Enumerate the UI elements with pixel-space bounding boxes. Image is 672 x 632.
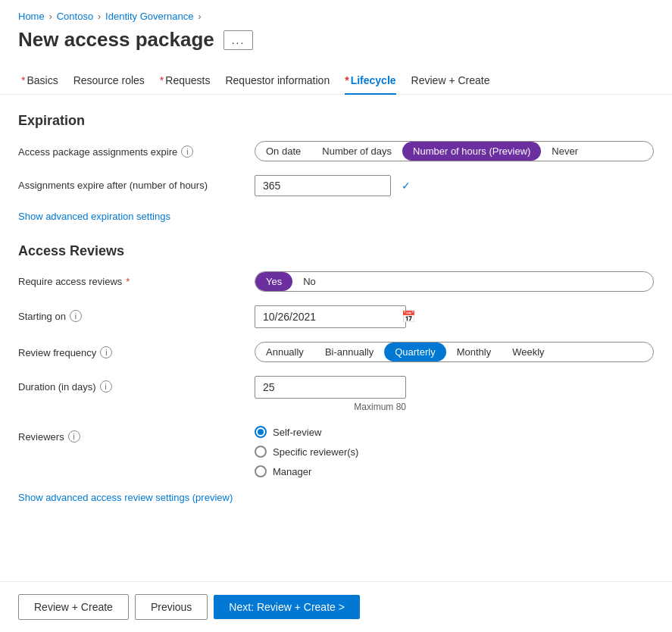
assignments-expire-row: Access package assignments expire i On d… — [18, 141, 654, 161]
tab-requests[interactable]: *Requests — [157, 67, 223, 94]
freq-weekly-btn[interactable]: Weekly — [502, 343, 555, 361]
starting-on-info-icon[interactable]: i — [70, 310, 82, 322]
review-frequency-row: Review frequency i Annually Bi-annually … — [18, 342, 654, 362]
reviewers-radio-group: Self-review Specific reviewer(s) Manager — [255, 426, 654, 477]
require-access-reviews-star: * — [126, 276, 130, 287]
breadcrumb: Home › Contoso › Identity Governance › — [0, 0, 672, 25]
tab-resource-roles[interactable]: Resource roles — [70, 67, 157, 94]
ellipsis-button[interactable]: ... — [223, 30, 254, 50]
lifecycle-required-star: * — [345, 74, 349, 86]
page-container: Home › Contoso › Identity Governance › N… — [0, 0, 672, 632]
reviewers-row: Reviewers i Self-review Specific — [18, 426, 654, 477]
tab-basics[interactable]: *Basics — [18, 67, 70, 94]
freq-monthly-btn[interactable]: Monthly — [446, 343, 502, 361]
next-button[interactable]: Next: Review + Create > — [214, 595, 360, 619]
bottom-toolbar: Review + Create Previous Next: Review + … — [0, 581, 672, 632]
freq-annually-btn[interactable]: Annually — [255, 343, 314, 361]
assignments-expire-label: Access package assignments expire i — [18, 141, 245, 158]
review-frequency-segment-group: Annually Bi-annually Quarterly Monthly W… — [255, 342, 654, 362]
tabs-row: *Basics Resource roles *Requests Request… — [0, 67, 672, 95]
starting-on-row: Starting on i 📅 — [18, 305, 654, 328]
expire-number-of-hours-btn[interactable]: Number of hours (Preview) — [402, 142, 541, 161]
review-frequency-info-icon[interactable]: i — [100, 346, 112, 358]
review-frequency-control: Annually Bi-annually Quarterly Monthly W… — [255, 342, 654, 362]
expire-after-input[interactable] — [263, 180, 395, 192]
breadcrumb-identity-governance[interactable]: Identity Governance — [105, 11, 193, 22]
freq-quarterly-btn[interactable]: Quarterly — [384, 343, 445, 361]
expire-number-of-days-btn[interactable]: Number of days — [311, 142, 402, 161]
duration-info-icon[interactable]: i — [100, 380, 112, 393]
tab-requestor-information[interactable]: Requestor information — [222, 67, 342, 94]
assignments-expire-info-icon[interactable]: i — [181, 145, 193, 158]
page-title: New access package — [18, 28, 214, 52]
radio-specific-reviewer[interactable]: Specific reviewer(s) — [255, 446, 654, 458]
breadcrumb-sep-3: › — [198, 11, 201, 22]
duration-hint: Maximum 80 — [255, 402, 406, 412]
duration-wrapper: Maximum 80 — [255, 376, 654, 412]
assignments-expire-control: On date Number of days Number of hours (… — [255, 141, 654, 161]
duration-label: Duration (in days) i — [18, 376, 245, 393]
require-access-reviews-segment-group: Yes No — [255, 271, 654, 292]
duration-control: Maximum 80 — [255, 376, 654, 412]
radio-circle-specific-reviewer — [255, 446, 267, 458]
duration-input[interactable] — [255, 376, 406, 399]
advanced-access-review-link[interactable]: Show advanced access review settings (pr… — [18, 492, 233, 503]
radio-self-review[interactable]: Self-review — [255, 426, 654, 438]
expire-after-input-wrapper: ✓ — [255, 175, 391, 196]
expire-after-row: Assignments expire after (number of hour… — [18, 175, 654, 196]
advanced-expiration-link[interactable]: Show advanced expiration settings — [18, 211, 170, 222]
page-title-row: New access package ... — [0, 25, 672, 67]
radio-label-manager: Manager — [273, 466, 311, 477]
reviewers-control: Self-review Specific reviewer(s) Manager — [255, 426, 654, 477]
requests-required-star: * — [160, 74, 164, 86]
starting-on-label: Starting on i — [18, 305, 245, 322]
breadcrumb-sep-1: › — [49, 11, 52, 22]
starting-on-control: 📅 — [255, 305, 654, 328]
radio-manager[interactable]: Manager — [255, 465, 654, 477]
expire-after-control: ✓ — [255, 175, 654, 196]
breadcrumb-home[interactable]: Home — [18, 11, 45, 22]
starting-on-input[interactable] — [263, 311, 395, 323]
radio-circle-self-review — [255, 426, 267, 438]
require-no-btn[interactable]: No — [292, 272, 327, 291]
review-create-button[interactable]: Review + Create — [18, 594, 129, 620]
starting-on-date-wrapper: 📅 — [255, 305, 406, 328]
calendar-icon[interactable]: 📅 — [402, 310, 416, 324]
review-frequency-label: Review frequency i — [18, 342, 245, 358]
access-reviews-section-title: Access Reviews — [18, 243, 654, 259]
radio-dot-self-review — [258, 429, 264, 435]
basics-required-star: * — [21, 74, 25, 86]
radio-label-self-review: Self-review — [273, 427, 321, 438]
require-access-reviews-label: Require access reviews * — [18, 271, 245, 287]
freq-bi-annually-btn[interactable]: Bi-annually — [314, 343, 384, 361]
previous-button[interactable]: Previous — [135, 594, 208, 620]
expire-never-btn[interactable]: Never — [541, 142, 589, 161]
require-access-reviews-control: Yes No — [255, 271, 654, 292]
breadcrumb-contoso[interactable]: Contoso — [57, 11, 93, 22]
tab-review-create[interactable]: Review + Create — [408, 67, 502, 94]
reviewers-info-icon[interactable]: i — [68, 430, 80, 443]
expire-after-check-icon: ✓ — [402, 180, 411, 192]
expire-on-date-btn[interactable]: On date — [255, 142, 311, 161]
assignments-expire-segment-group: On date Number of days Number of hours (… — [255, 141, 654, 161]
expiration-section-title: Expiration — [18, 113, 654, 129]
require-yes-btn[interactable]: Yes — [255, 272, 292, 291]
duration-row: Duration (in days) i Maximum 80 — [18, 376, 654, 412]
radio-label-specific-reviewer: Specific reviewer(s) — [273, 446, 358, 458]
expire-after-label: Assignments expire after (number of hour… — [18, 175, 245, 191]
tab-lifecycle[interactable]: *Lifecycle — [342, 67, 408, 94]
radio-circle-manager — [255, 465, 267, 477]
reviewers-label: Reviewers i — [18, 426, 245, 443]
require-access-reviews-row: Require access reviews * Yes No — [18, 271, 654, 292]
main-content: Expiration Access package assignments ex… — [0, 95, 672, 581]
breadcrumb-sep-2: › — [98, 11, 101, 22]
